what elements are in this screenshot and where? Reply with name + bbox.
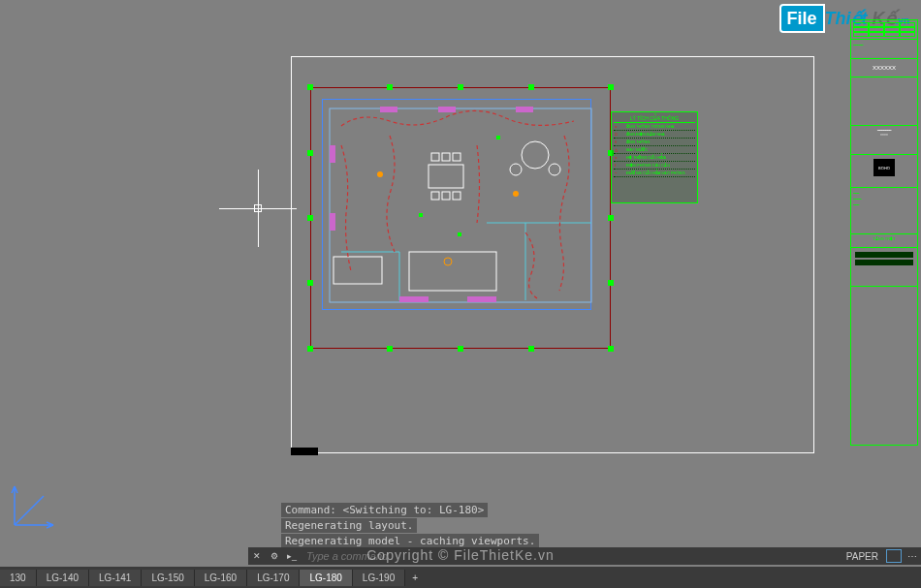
- layout-tab[interactable]: LG-140: [37, 570, 89, 586]
- svg-rect-7: [438, 107, 456, 112]
- grip-handle[interactable]: [307, 346, 313, 352]
- status-icon[interactable]: [886, 549, 902, 563]
- svg-rect-17: [431, 192, 439, 200]
- svg-rect-24: [409, 252, 496, 291]
- title-block-sheet: TẦNG TRỆT: [851, 234, 917, 248]
- grip-handle[interactable]: [307, 280, 313, 286]
- svg-rect-29: [496, 136, 500, 139]
- command-options-icon[interactable]: ⚙: [267, 548, 282, 564]
- svg-rect-19: [453, 192, 460, 200]
- svg-rect-10: [330, 213, 335, 231]
- svg-rect-11: [399, 296, 429, 302]
- svg-rect-1: [330, 108, 591, 302]
- close-command-icon[interactable]: ✕: [249, 548, 265, 564]
- command-history: Command: <Switching to: LG-180> Regenera…: [281, 503, 766, 549]
- copyright-watermark: Copyright © FileThietKe.vn: [366, 547, 555, 563]
- title-block: ━━━━━ XXXXXX ━━━━━━━ ━━━━ BOHO ━━━ ━━━━ …: [850, 19, 918, 446]
- svg-rect-6: [380, 107, 397, 112]
- svg-point-27: [513, 191, 519, 197]
- legend-box: LÝ TÍCH CỦA THÔNG ○ỐNG THÔNG TRONG NHÀ □…: [611, 111, 698, 203]
- grip-handle[interactable]: [307, 150, 313, 156]
- svg-point-22: [510, 164, 522, 175]
- svg-rect-0: [330, 108, 591, 302]
- svg-rect-16: [453, 153, 460, 161]
- svg-rect-14: [431, 153, 439, 161]
- title-block-project: XXXXXX: [851, 59, 917, 77]
- command-line: Command: <Switching to: LG-180>: [281, 503, 488, 517]
- svg-rect-9: [330, 145, 335, 163]
- status-bar: PAPER ⋯: [837, 547, 921, 565]
- layout-tab-active[interactable]: LG-180: [300, 570, 352, 586]
- grip-handle[interactable]: [608, 280, 614, 286]
- svg-point-25: [444, 258, 452, 265]
- svg-rect-12: [467, 296, 496, 302]
- legend-title: LÝ TÍCH CỦA THÔNG: [614, 114, 695, 123]
- grip-handle[interactable]: [458, 346, 463, 352]
- grip-handle[interactable]: [608, 346, 614, 352]
- layout-tab[interactable]: LG-141: [89, 570, 142, 586]
- grip-handle[interactable]: [387, 346, 393, 352]
- svg-rect-30: [419, 213, 423, 217]
- svg-rect-13: [429, 165, 463, 188]
- layout-tabs-bar: 130 LG-140 LG-141 LG-150 LG-160 LG-170 L…: [0, 567, 921, 588]
- paper-shadow: [291, 448, 318, 455]
- status-more[interactable]: ⋯: [904, 551, 917, 562]
- command-prompt-icon: ▸_: [284, 548, 300, 564]
- grip-handle[interactable]: [387, 84, 393, 90]
- svg-point-26: [377, 171, 383, 177]
- grip-handle[interactable]: [307, 84, 313, 90]
- layout-tab[interactable]: LG-190: [353, 570, 405, 586]
- command-input-bar[interactable]: ✕ ⚙ ▸_: [248, 547, 869, 565]
- grip-handle[interactable]: [528, 84, 534, 90]
- floor-plan-drawing: [322, 97, 599, 344]
- grip-handle[interactable]: [528, 346, 534, 352]
- svg-rect-28: [458, 232, 461, 236]
- grip-handle[interactable]: [608, 215, 614, 221]
- layout-tab[interactable]: 130: [0, 570, 37, 586]
- svg-rect-15: [442, 153, 450, 161]
- logo-file: File: [779, 4, 825, 33]
- grip-handle[interactable]: [458, 84, 463, 90]
- add-layout-tab-icon[interactable]: +: [405, 573, 425, 583]
- paper-model-toggle[interactable]: PAPER: [841, 551, 884, 562]
- crosshair-cursor: [219, 170, 297, 247]
- command-line: Regenerating model - caching viewports.: [281, 534, 539, 548]
- svg-rect-18: [442, 192, 450, 200]
- grip-handle[interactable]: [608, 84, 614, 90]
- svg-point-20: [522, 141, 549, 169]
- svg-point-21: [549, 164, 560, 175]
- command-line: Regenerating layout.: [281, 518, 417, 533]
- layout-tab[interactable]: LG-150: [142, 570, 194, 586]
- ucs-icon[interactable]: [10, 481, 58, 530]
- layout-tab[interactable]: LG-160: [195, 570, 247, 586]
- layout-tab[interactable]: LG-170: [247, 570, 300, 586]
- grip-handle[interactable]: [307, 215, 313, 221]
- svg-rect-8: [516, 107, 533, 112]
- title-block-logo: BOHO: [873, 159, 895, 176]
- svg-rect-23: [333, 257, 382, 284]
